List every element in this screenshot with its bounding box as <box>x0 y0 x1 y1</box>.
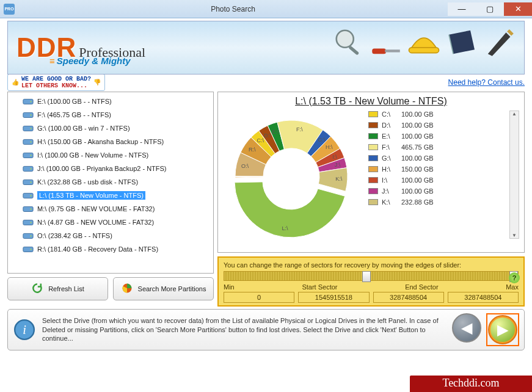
chart-legend: C:\100.00 GBD:\100.00 GBE:\100.00 GBF:\4… <box>368 111 503 239</box>
drive-label: F:\ (465.75 GB - - NTFS) <box>37 111 111 118</box>
drive-item[interactable]: I:\ (100.00 GB - New Volume - NTFS) <box>10 150 211 161</box>
legend-row: D:\100.00 GB <box>368 122 503 129</box>
hdd-icon <box>23 111 34 119</box>
search-more-partitions-button[interactable]: Search More Partitions <box>113 277 214 300</box>
svg-point-16 <box>30 168 31 169</box>
banner-icons <box>331 25 517 59</box>
legend-row: C:\100.00 GB <box>368 111 503 118</box>
svg-point-14 <box>30 154 31 156</box>
banner: DDR Professional ≡Speedy & Mighty <box>7 21 525 74</box>
drive-label: M:\ (9.75 GB - NEW VOLUME - FAT32) <box>37 205 155 212</box>
hdd-icon <box>23 137 34 146</box>
slider-start-handle[interactable] <box>362 271 371 282</box>
next-button[interactable]: ▶ <box>488 315 517 344</box>
svg-text:L:\: L:\ <box>282 225 288 231</box>
drive-item[interactable]: N:\ (4.87 GB - NEW VOLUME - FAT32) <box>10 217 211 228</box>
svg-text:O:\: O:\ <box>241 163 249 169</box>
drive-label: N:\ (4.87 GB - NEW VOLUME - FAT32) <box>37 219 154 226</box>
svg-text:E:\: E:\ <box>272 129 279 135</box>
svg-point-10 <box>30 128 31 129</box>
hdd-icon <box>23 191 34 200</box>
donut-chart: C:\D:\E:\F:\G:\H:\I:\J:\K:\L:\O:\R:\ <box>223 111 363 239</box>
feedback-line1: WE ARE GOOD OR BAD? <box>21 76 91 82</box>
drive-item[interactable]: H:\ (150.00 GB - Akansha Backup - NTFS) <box>10 136 211 147</box>
drive-item[interactable]: K:\ (232.88 GB - usb disk - NTFS) <box>10 176 211 187</box>
legend-row: E:\100.00 GB <box>368 132 503 140</box>
svg-point-6 <box>30 101 31 102</box>
help-link[interactable]: Need help? Contact us. <box>448 78 525 87</box>
refresh-label: Refresh List <box>48 285 84 292</box>
svg-point-26 <box>30 235 31 236</box>
drive-label: O:\ (238.42 GB - - NTFS) <box>37 232 112 239</box>
slider-end-label: End Sector <box>405 283 438 291</box>
svg-text:C:\: C:\ <box>257 137 264 143</box>
svg-point-8 <box>30 114 31 115</box>
footer: i Select the Drive (from which you want … <box>7 309 525 350</box>
refresh-list-button[interactable]: Refresh List <box>7 277 108 300</box>
back-button[interactable]: ◀ <box>452 313 481 343</box>
drive-item[interactable]: J:\ (100.00 GB - Priyanka Backup2 - NTFS… <box>10 163 211 174</box>
chart-box: L:\ (1.53 TB - New Volume - NTFS) C:\D:\… <box>217 92 525 253</box>
svg-rect-4 <box>409 48 439 53</box>
drive-label: J:\ (100.00 GB - Priyanka Backup2 - NTFS… <box>37 165 167 172</box>
drive-item[interactable]: L:\ (1.53 TB - New Volume - NTFS) <box>10 190 211 201</box>
notebook-icon <box>445 25 479 59</box>
slider-track[interactable] <box>224 271 519 281</box>
feedback-link[interactable]: 👍 WE ARE GOOD OR BAD? LET OTHERS KNOW...… <box>7 74 105 91</box>
svg-text:J:\: J:\ <box>335 162 341 168</box>
window-titlebar: PRO Photo Search — ▢ ✕ <box>0 0 532 18</box>
window-close-button[interactable]: ✕ <box>504 2 532 16</box>
chart-title: L:\ (1.53 TB - New Volume - NTFS) <box>223 96 519 107</box>
hdd-icon <box>23 218 34 227</box>
drive-label: R:\ (181.40 GB - Recovery Data - NTFS) <box>37 245 158 253</box>
legend-scrollbar[interactable] <box>509 111 519 239</box>
slider-end-value: 3287488504 <box>373 292 444 303</box>
slider-min-label: Min <box>224 283 235 291</box>
drive-item[interactable]: M:\ (9.75 GB - NEW VOLUME - FAT32) <box>10 203 211 214</box>
svg-text:i: i <box>23 323 26 336</box>
legend-row: G:\100.00 GB <box>368 154 503 162</box>
slider-description: You can change the range of sectors for … <box>224 261 519 269</box>
hardhat-icon <box>407 25 441 59</box>
window-maximize-button[interactable]: ▢ <box>476 2 504 16</box>
legend-row: F:\465.75 GB <box>368 143 503 151</box>
svg-point-22 <box>30 208 31 209</box>
legend-row: K:\232.88 GB <box>368 198 503 206</box>
info-icon: i <box>13 318 36 341</box>
svg-point-0 <box>337 31 354 48</box>
slider-help-icon[interactable]: ? <box>509 272 520 283</box>
svg-rect-2 <box>372 49 386 54</box>
drive-item[interactable]: R:\ (181.40 GB - Recovery Data - NTFS) <box>10 244 211 255</box>
slider-max-label: Max <box>506 283 519 291</box>
svg-text:D:\: D:\ <box>264 132 271 139</box>
drive-item[interactable]: O:\ (238.42 GB - - NTFS) <box>10 230 211 241</box>
svg-text:R:\: R:\ <box>249 147 256 153</box>
hdd-icon <box>23 151 34 159</box>
hdd-icon <box>23 205 34 213</box>
drive-item[interactable]: F:\ (465.75 GB - - NTFS) <box>10 109 211 120</box>
drive-list[interactable]: E:\ (100.00 GB - - NTFS)F:\ (465.75 GB -… <box>7 92 214 274</box>
legend-row: J:\100.00 GB <box>368 187 503 195</box>
svg-point-20 <box>30 195 31 196</box>
slider-start-label: Start Sector <box>302 283 337 291</box>
drive-label: E:\ (100.00 GB - - NTFS) <box>37 98 112 105</box>
feedback-line2: LET OTHERS KNOW... <box>21 82 91 89</box>
refresh-icon <box>31 282 43 296</box>
window-minimize-button[interactable]: — <box>448 2 476 16</box>
hdd-icon <box>23 231 34 240</box>
drive-label: K:\ (232.88 GB - usb disk - NTFS) <box>37 178 138 186</box>
pie-icon <box>121 282 133 296</box>
drive-label: L:\ (1.53 TB - New Volume - NTFS) <box>37 191 145 200</box>
svg-text:I:\: I:\ <box>332 154 337 160</box>
thumbs-down-icon: 👎 <box>93 79 101 86</box>
svg-point-28 <box>30 249 31 250</box>
slider-start-value: 1545915518 <box>298 292 369 303</box>
legend-row: I:\100.00 GB <box>368 176 503 184</box>
drive-item[interactable]: G:\ (100.00 GB - win 7 - NTFS) <box>10 123 211 134</box>
magnifier-icon <box>331 25 365 59</box>
tagline: ≡Speedy & Mighty <box>49 56 131 66</box>
drive-item[interactable]: E:\ (100.00 GB - - NTFS) <box>10 96 211 107</box>
svg-text:F:\: F:\ <box>296 126 303 132</box>
screwdriver-icon <box>369 25 403 59</box>
drive-label: I:\ (100.00 GB - New Volume - NTFS) <box>37 151 148 159</box>
